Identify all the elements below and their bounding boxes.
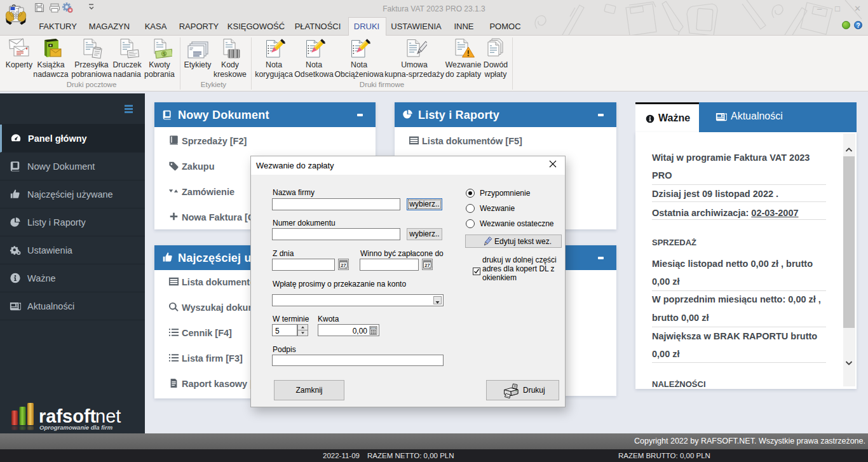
- svg-text:Oprogramowanie dla firm: Oprogramowanie dla firm: [39, 424, 113, 431]
- svg-text:27: 27: [341, 262, 346, 268]
- svg-text:27: 27: [424, 262, 430, 268]
